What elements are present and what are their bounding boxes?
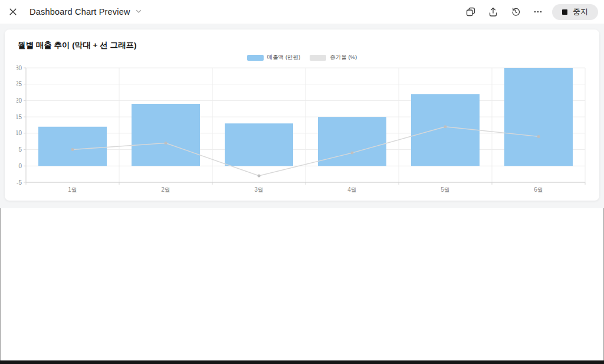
top-bar: Dashboard Chart Preview [0,0,604,24]
legend-swatch-line [310,55,326,61]
line-point-3월 [258,174,261,177]
stop-button-label: 중지 [573,6,588,17]
line-point-1월 [71,148,74,151]
svg-text:4월: 4월 [347,186,357,193]
stop-button[interactable]: 중지 [552,4,598,20]
more-icon[interactable] [530,4,546,20]
svg-text:5월: 5월 [441,186,450,193]
stop-square-icon [562,9,567,15]
chart-legend: 매출액 (만원) 증가율 (%) [5,54,599,61]
svg-text:5: 5 [18,146,22,153]
legend-label-bar: 매출액 (만원) [267,54,300,61]
preview-background: 월별 매출 추이 (막대 + 선 그래프) 매출액 (만원) 증가율 (%) 3… [0,24,604,208]
close-icon[interactable] [5,4,21,20]
toolbar: 중지 [462,4,604,20]
svg-text:2월: 2월 [161,186,170,193]
legend-item-line[interactable]: 증가율 (%) [310,54,357,61]
app-window: Dashboard Chart Preview [0,0,604,364]
page-title: Dashboard Chart Preview [29,7,130,17]
line-point-2월 [165,142,168,145]
svg-text:-5: -5 [17,179,22,186]
copy-icon[interactable] [462,4,479,20]
legend-item-bar[interactable]: 매출액 (만원) [247,54,300,61]
svg-text:0: 0 [18,163,22,169]
svg-text:3월: 3월 [254,186,264,193]
svg-text:6월: 6월 [534,186,543,193]
chevron-down-icon [135,6,142,17]
share-upload-icon[interactable] [485,4,501,20]
bar-1월 [38,127,107,166]
line-point-5월 [444,125,447,128]
svg-text:1월: 1월 [68,186,77,193]
svg-text:10: 10 [17,130,22,136]
history-icon[interactable] [507,4,524,20]
bar-5월 [411,94,480,166]
svg-text:25: 25 [17,81,22,87]
line-point-4월 [351,152,354,155]
svg-text:15: 15 [17,114,22,120]
legend-swatch-bar [247,55,264,61]
bar-2월 [132,104,200,166]
svg-text:30: 30 [17,65,22,71]
bar-3월 [225,123,293,166]
legend-label-line: 증가율 (%) [330,54,357,61]
bar-6월 [504,68,573,166]
combo-bar-line-chart: 302520151050-51월2월3월4월5월6월 [17,64,590,198]
chart-title: 월별 매출 추이 (막대 + 선 그래프) [18,40,136,51]
chart-card: 월별 매출 추이 (막대 + 선 그래프) 매출액 (만원) 증가율 (%) 3… [5,29,599,201]
window-title-menu[interactable]: Dashboard Chart Preview [29,6,142,17]
bottom-black-bar [0,360,604,364]
line-point-6월 [537,135,540,138]
svg-text:20: 20 [17,97,22,104]
